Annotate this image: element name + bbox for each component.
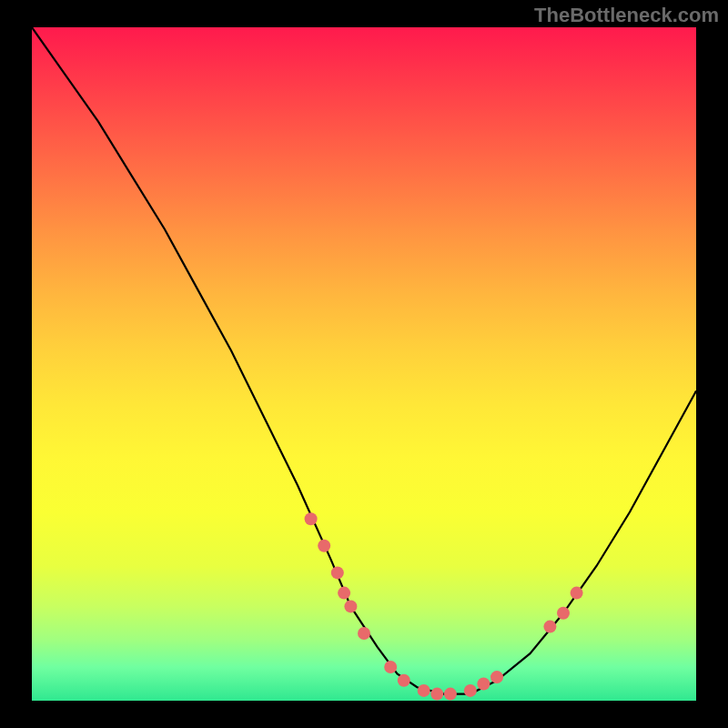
data-marker bbox=[358, 627, 370, 640]
data-marker bbox=[338, 587, 350, 600]
data-marker bbox=[398, 674, 410, 687]
data-marker bbox=[418, 684, 430, 697]
data-marker bbox=[331, 566, 344, 579]
data-marker bbox=[305, 512, 318, 525]
bottleneck-curve-line bbox=[32, 27, 696, 694]
chart-overlay bbox=[32, 27, 696, 701]
data-marker bbox=[464, 684, 477, 697]
data-marker bbox=[571, 587, 583, 600]
watermark-text: TheBottleneck.com bbox=[534, 4, 719, 27]
chart-container: TheBottleneck.com bbox=[0, 0, 728, 728]
data-marker bbox=[557, 607, 570, 620]
data-marker bbox=[318, 540, 330, 552]
data-marker bbox=[543, 621, 556, 633]
data-marker bbox=[490, 671, 503, 683]
data-marker bbox=[477, 678, 490, 691]
data-marker bbox=[444, 688, 457, 701]
data-marker bbox=[430, 688, 443, 701]
data-marker bbox=[344, 600, 357, 612]
data-marker bbox=[384, 661, 397, 673]
plot-area bbox=[32, 27, 696, 701]
data-markers bbox=[305, 512, 583, 700]
